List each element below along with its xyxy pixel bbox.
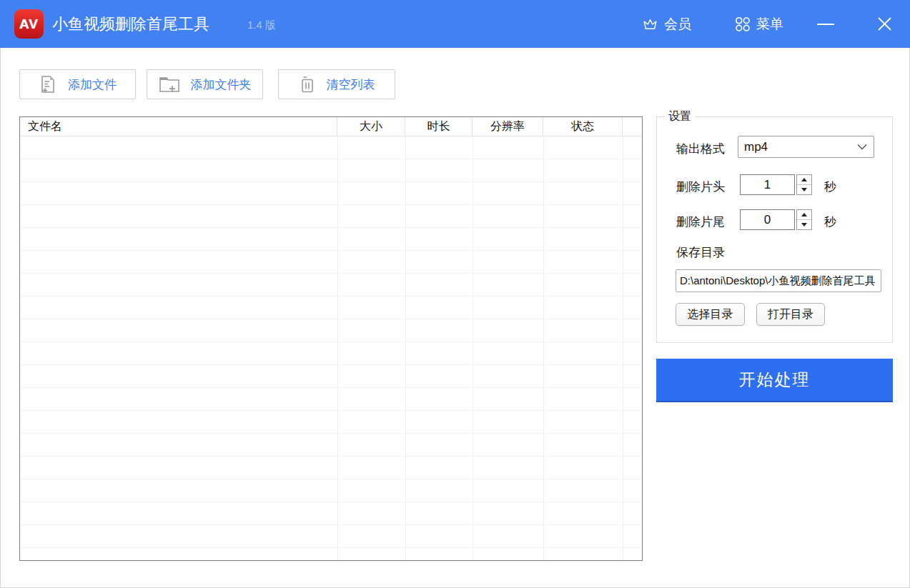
column-divider xyxy=(337,136,338,560)
table-row xyxy=(20,274,642,297)
choose-dir-button[interactable]: 选择目录 xyxy=(676,303,745,326)
output-format-label: 输出格式 xyxy=(676,141,725,157)
clear-list-button[interactable]: 清空列表 xyxy=(278,69,395,99)
app-logo: AV xyxy=(14,9,44,39)
column-divider xyxy=(623,136,623,560)
app-logo-text: AV xyxy=(19,16,39,32)
menu-label: 菜单 xyxy=(756,15,783,34)
app-window: { "window": { "title": "小鱼视频删除首尾工具", "ve… xyxy=(0,0,910,588)
table-row xyxy=(20,205,642,228)
grid-menu-icon xyxy=(735,16,751,32)
add-file-button[interactable]: 添加文件 xyxy=(19,69,136,99)
column-header-filename[interactable]: 文件名 xyxy=(20,117,337,136)
minimize-icon xyxy=(817,23,834,26)
save-dir-input[interactable] xyxy=(676,269,881,292)
column-header-duration[interactable]: 时长 xyxy=(405,117,473,136)
chevron-down-icon xyxy=(857,144,867,150)
column-header-resolution[interactable]: 分辨率 xyxy=(473,117,543,136)
file-table-header: 文件名 大小 时长 分辨率 状态 xyxy=(20,117,642,136)
table-row xyxy=(20,251,642,274)
output-format-value: mp4 xyxy=(738,140,857,154)
file-table: 文件名 大小 时长 分辨率 状态 xyxy=(19,116,643,561)
table-row xyxy=(20,479,642,502)
table-row xyxy=(20,182,642,205)
trim-head-label: 删除片头 xyxy=(676,179,725,195)
close-icon xyxy=(878,17,891,31)
table-row xyxy=(20,548,642,560)
member-button[interactable]: 会员 xyxy=(642,0,691,48)
save-dir-label: 保存目录 xyxy=(676,244,725,261)
member-label: 会员 xyxy=(664,15,691,34)
add-folder-icon xyxy=(159,75,180,94)
table-row xyxy=(20,525,642,548)
table-row xyxy=(20,297,642,319)
add-folder-button[interactable]: 添加文件夹 xyxy=(147,69,263,99)
trim-head-unit: 秒 xyxy=(824,179,836,195)
trim-head-input[interactable] xyxy=(740,174,795,195)
table-row xyxy=(20,502,642,525)
table-row xyxy=(20,365,642,388)
column-divider xyxy=(405,136,406,560)
table-row xyxy=(20,319,642,342)
triangle-up-icon xyxy=(801,213,807,216)
clear-list-label: 清空列表 xyxy=(327,76,375,93)
titlebar: AV 小鱼视频删除首尾工具 1.4 版 会员 菜单 xyxy=(0,0,910,48)
settings-group: 设置 输出格式 mp4 删除片头 秒 删除片尾 秒 保存目录 选择目录 打开目录 xyxy=(656,116,893,343)
trim-tail-unit: 秒 xyxy=(824,214,836,230)
column-divider xyxy=(473,136,473,560)
file-table-body[interactable] xyxy=(20,136,642,560)
table-row xyxy=(20,136,642,159)
trim-tail-input[interactable] xyxy=(740,209,795,230)
triangle-up-icon xyxy=(801,178,807,181)
add-folder-label: 添加文件夹 xyxy=(191,76,252,93)
column-divider xyxy=(543,136,544,560)
triangle-down-icon xyxy=(801,188,807,191)
add-file-icon xyxy=(39,74,57,94)
table-row xyxy=(20,228,642,251)
trim-head-stepper xyxy=(796,174,812,195)
table-row xyxy=(20,434,642,457)
crown-icon xyxy=(642,16,658,32)
trim-tail-stepper xyxy=(796,209,812,230)
menu-button[interactable]: 菜单 xyxy=(735,0,783,48)
stepper-up-button[interactable] xyxy=(797,175,811,185)
close-button[interactable] xyxy=(874,0,895,48)
output-format-select[interactable]: mp4 xyxy=(738,136,874,158)
stepper-up-button[interactable] xyxy=(797,210,811,220)
column-header-size[interactable]: 大小 xyxy=(337,117,405,136)
minimize-button[interactable] xyxy=(815,0,836,48)
add-file-label: 添加文件 xyxy=(68,76,117,93)
app-version: 1.4 版 xyxy=(247,0,276,48)
table-row xyxy=(20,388,642,411)
start-processing-button[interactable]: 开始处理 xyxy=(656,359,893,402)
stepper-down-button[interactable] xyxy=(797,220,811,230)
settings-group-title: 设置 xyxy=(665,109,695,124)
column-header-spacer xyxy=(623,117,642,136)
table-row xyxy=(20,411,642,434)
app-title: 小鱼视频删除首尾工具 xyxy=(52,0,209,48)
open-dir-button[interactable]: 打开目录 xyxy=(756,303,825,326)
stepper-down-button[interactable] xyxy=(797,185,811,195)
triangle-down-icon xyxy=(801,223,807,226)
table-row xyxy=(20,159,642,182)
column-header-status[interactable]: 状态 xyxy=(543,117,623,136)
trash-icon xyxy=(299,75,316,94)
table-row xyxy=(20,342,642,365)
table-row xyxy=(20,457,642,479)
trim-tail-label: 删除片尾 xyxy=(676,214,725,230)
